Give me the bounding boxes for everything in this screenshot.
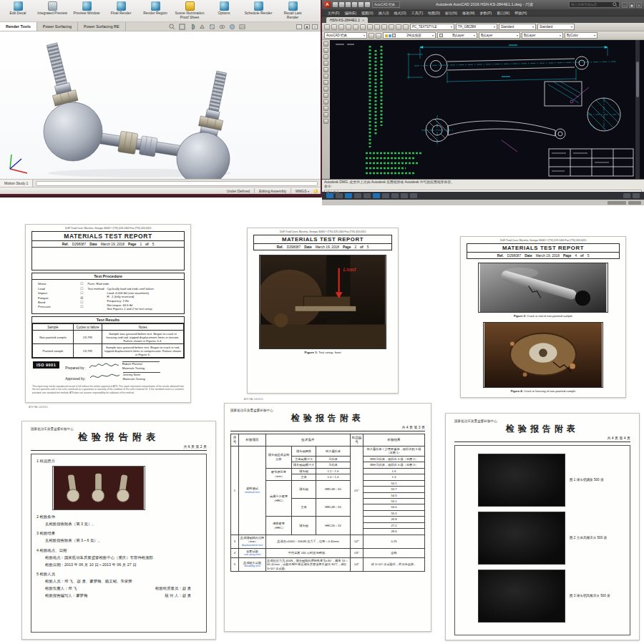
scrollbar-thumb[interactable] [636, 62, 639, 97]
menu-view[interactable]: 视图(V) [361, 11, 374, 15]
schedule-render-button[interactable]: Schedule Render [243, 1, 273, 16]
plot-icon[interactable] [352, 2, 357, 7]
menu-edit[interactable]: 编辑(E) [344, 11, 356, 15]
text-tool-icon[interactable] [323, 80, 328, 85]
toolbar-icon[interactable] [367, 24, 373, 30]
vertical-scrollbar[interactable] [635, 40, 640, 179]
toolbar-icon[interactable] [338, 24, 344, 30]
transparency-toggle[interactable] [410, 193, 417, 198]
section-view-icon[interactable] [189, 24, 195, 30]
search-icon[interactable] [613, 2, 618, 7]
window-close-icon[interactable]: ✕ [312, 24, 318, 29]
window-restore-icon[interactable]: ▣ [629, 2, 635, 8]
menu-parametric[interactable]: 参数(P) [480, 11, 492, 15]
taskbar-clock[interactable] [628, 201, 641, 205]
new-file-icon[interactable] [333, 2, 338, 7]
units-dropdown[interactable]: MMGS ▾ [296, 189, 309, 193]
rectangle-tool-icon[interactable] [323, 67, 328, 72]
view-orientation-icon[interactable] [199, 24, 205, 30]
copy-tool-icon[interactable] [323, 99, 328, 104]
toolbar-icon[interactable] [346, 24, 351, 30]
osnap-toggle[interactable] [364, 193, 371, 198]
toolbar-icon[interactable] [374, 24, 380, 30]
tab-render-tools[interactable]: Render Tools [0, 22, 37, 31]
window-close-icon[interactable]: ✕ [636, 2, 642, 8]
redo-icon[interactable] [365, 2, 370, 7]
linetype-combo[interactable]: ByLayer▾ [479, 32, 520, 39]
motion-study-tab[interactable]: Motion Study 1 [0, 180, 33, 187]
table-style-combo[interactable]: Standard▾ [499, 24, 536, 30]
grid-toggle[interactable] [336, 193, 343, 198]
trim-tool-icon[interactable] [323, 106, 328, 111]
recall-last-render-button[interactable]: Recall Last Render [278, 1, 308, 20]
toolbar-icon[interactable] [381, 24, 387, 30]
toolbar-icon[interactable] [324, 24, 330, 30]
autocad-app-menu-icon[interactable]: A [324, 1, 331, 8]
block-tool-icon[interactable] [323, 87, 328, 92]
menu-modify[interactable]: 修改(M) [462, 11, 475, 15]
line-tool-icon[interactable] [323, 42, 328, 47]
dim-style-combo[interactable]: TH_GBCBM▾ [456, 24, 497, 30]
menu-file[interactable]: 文件(F) [328, 11, 339, 15]
preview-window-button[interactable]: Preview Window [72, 1, 102, 16]
menu-draw[interactable]: 绘图(D) [428, 11, 440, 15]
search-input[interactable] [571, 3, 613, 6]
menu-window[interactable]: 窗口(W) [497, 11, 509, 15]
arc-tool-icon[interactable] [323, 61, 328, 66]
menu-dimension[interactable]: 标注(N) [445, 11, 457, 15]
render-region-button[interactable]: Render Region [140, 1, 170, 16]
display-style-icon[interactable] [209, 24, 215, 30]
dimension-tool-icon[interactable] [323, 119, 328, 124]
color-combo[interactable]: ByLayer▾ [437, 32, 477, 39]
dyn-input-toggle[interactable] [391, 193, 399, 198]
annotation-scale-button[interactable] [633, 193, 640, 198]
lineweight-combo[interactable]: ByLayer▾ [522, 32, 563, 39]
toolbar-icon[interactable] [360, 24, 366, 30]
undo-icon[interactable] [358, 2, 364, 7]
move-tool-icon[interactable] [323, 93, 328, 98]
polar-toggle[interactable] [354, 193, 361, 198]
drawing-area[interactable] [322, 40, 644, 179]
help-status-icon[interactable] [313, 189, 318, 193]
tab-power-surfacing-re[interactable]: Power Surfacing RE [78, 22, 126, 31]
tab-power-surfacing[interactable]: Power Surfacing [37, 22, 78, 31]
plot-style-combo[interactable]: ByColor▾ [565, 32, 597, 39]
menu-help[interactable]: 帮助(H) [514, 11, 527, 15]
toolbar-icon[interactable] [396, 24, 401, 30]
text-style-combo[interactable]: PC_TEXTSTYLE▾ [410, 24, 454, 30]
drawing-file-tab[interactable]: HSN-KS-2844E1.1✕ [326, 17, 368, 23]
zoom-area-icon[interactable] [179, 24, 185, 30]
edit-appearance-icon[interactable] [229, 24, 235, 30]
polyline-tool-icon[interactable] [323, 48, 328, 53]
multileader-style-combo[interactable]: Standard▾ [537, 24, 575, 30]
toolbar-icon[interactable] [389, 24, 394, 30]
erase-tool-icon[interactable] [323, 112, 328, 117]
layer-combo[interactable]: 2细实线层▾ [383, 32, 436, 39]
hatch-tool-icon[interactable] [323, 74, 328, 79]
hide-show-items-icon[interactable] [219, 24, 225, 30]
layer-states-icon[interactable] [376, 33, 381, 39]
save-file-icon[interactable] [346, 2, 351, 7]
zoom-fit-icon[interactable] [169, 24, 175, 30]
final-render-button[interactable]: Final Render [106, 1, 136, 16]
scene-illumination-button[interactable]: Scene Illumination Proof Sheet [175, 1, 205, 20]
otrack-toggle[interactable] [373, 193, 380, 198]
edit-decal-button[interactable]: Edit Decal [3, 1, 33, 16]
solidworks-viewport[interactable] [0, 31, 321, 179]
apply-scene-icon[interactable] [239, 24, 245, 30]
motion-timeline[interactable] [36, 181, 318, 186]
options-button[interactable]: Options [209, 1, 239, 16]
ortho-toggle[interactable] [345, 193, 352, 198]
circle-tool-icon[interactable] [323, 54, 328, 59]
window-restore-icon[interactable]: ▣ [304, 24, 310, 29]
toolbar-icon[interactable] [403, 24, 409, 30]
menu-format[interactable]: 格式(O) [394, 11, 406, 15]
snap-toggle[interactable] [326, 193, 333, 198]
dyn-ucs-toggle[interactable] [382, 193, 389, 198]
layer-properties-icon[interactable] [369, 33, 374, 39]
window-minimize-icon[interactable]: – [622, 2, 628, 8]
toolbar-icon[interactable] [353, 24, 358, 30]
integrated-preview-button[interactable]: Integrated Preview [37, 1, 67, 16]
menu-tools[interactable]: 工具(T) [411, 11, 423, 15]
lineweight-toggle[interactable] [401, 193, 408, 198]
